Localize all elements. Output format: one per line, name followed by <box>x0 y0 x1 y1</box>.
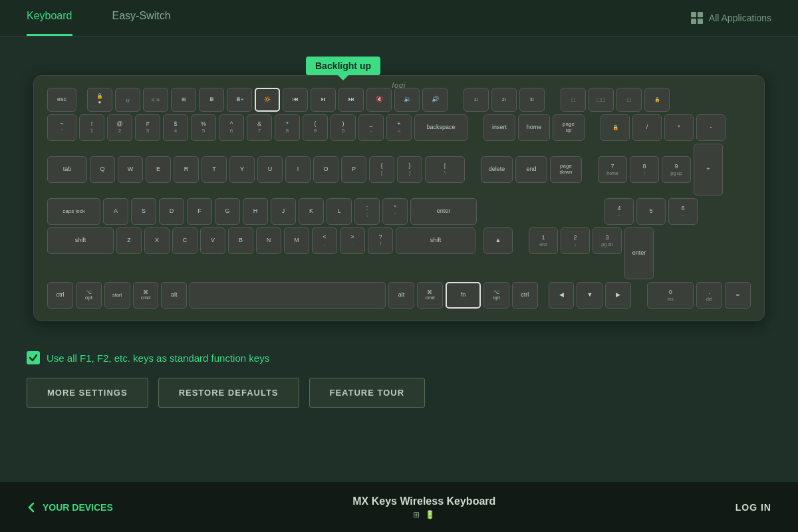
key-f3[interactable]: ☼☼ <box>143 88 168 112</box>
key-1[interactable]: !1 <box>79 114 104 141</box>
key-f9[interactable]: ⏯ <box>311 88 336 112</box>
key-np7[interactable]: 7home <box>598 156 627 183</box>
key-left[interactable]: ◀ <box>549 282 575 309</box>
key-np6[interactable]: 6→ <box>668 198 698 225</box>
key-f1[interactable]: 🔒● <box>87 88 112 112</box>
your-devices-button[interactable]: YOUR DEVICES <box>27 502 113 513</box>
key-c[interactable]: C <box>172 227 198 254</box>
key-f[interactable]: F <box>187 198 212 225</box>
more-settings-button[interactable]: MORE SETTINGS <box>27 378 148 408</box>
key-scroll[interactable]: ⬚⬚ <box>589 88 614 112</box>
key-np-plus[interactable]: + <box>694 144 723 196</box>
key-np-star[interactable]: * <box>664 114 694 141</box>
key-u[interactable]: U <box>257 156 283 183</box>
key-f5[interactable]: 🖥 <box>199 88 224 112</box>
key-delete[interactable]: delete <box>481 156 513 183</box>
key-y[interactable]: Y <box>229 156 255 183</box>
key-cmd[interactable]: ⌘cmd <box>133 282 159 309</box>
key-g[interactable]: G <box>215 198 240 225</box>
key-np1[interactable]: 1end <box>529 227 558 254</box>
key-f2[interactable]: ☼ <box>115 88 140 112</box>
key-right[interactable]: ▶ <box>605 282 631 309</box>
log-in-button[interactable]: LOG IN <box>735 502 771 513</box>
key-rshift[interactable]: shift <box>396 227 475 254</box>
key-capslock[interactable]: caps lock <box>47 198 100 225</box>
key-5[interactable]: %5 <box>191 114 216 141</box>
key-f10[interactable]: ⏭ <box>338 88 364 112</box>
key-l[interactable]: L <box>327 198 352 225</box>
key-6[interactable]: ^6 <box>219 114 244 141</box>
key-f12[interactable]: 🔉 <box>394 88 420 112</box>
key-t[interactable]: T <box>201 156 227 183</box>
fn-keys-checkbox[interactable] <box>27 351 40 364</box>
key-esc[interactable]: esc <box>47 88 76 112</box>
key-end[interactable]: end <box>515 156 547 183</box>
key-np5[interactable]: 5 <box>636 198 666 225</box>
tab-easyswitch[interactable]: Easy-Switch <box>112 0 171 36</box>
key-np-lock[interactable]: 🔒 <box>600 114 630 141</box>
key-pause[interactable]: ⬚ <box>616 88 642 112</box>
key-w[interactable]: W <box>118 156 143 183</box>
key-minus[interactable]: _- <box>358 114 384 141</box>
key-easy2[interactable]: 2⃞ <box>491 88 517 112</box>
key-up[interactable]: ▲ <box>483 227 513 254</box>
key-z[interactable]: Z <box>116 227 142 254</box>
key-2[interactable]: @2 <box>107 114 132 141</box>
key-comma[interactable]: <, <box>312 227 337 254</box>
key-ralt[interactable]: alt <box>388 282 414 309</box>
key-q[interactable]: Q <box>90 156 115 183</box>
key-ropt[interactable]: ⌥opt <box>483 282 509 309</box>
key-lalt[interactable]: alt <box>161 282 187 309</box>
key-home[interactable]: home <box>518 114 550 141</box>
key-s[interactable]: S <box>131 198 156 225</box>
key-f7[interactable]: 🔆 <box>255 88 280 112</box>
key-backslash[interactable]: |\ <box>425 156 465 183</box>
key-easy3[interactable]: 3⃞ <box>519 88 545 112</box>
key-7[interactable]: &7 <box>247 114 272 141</box>
key-f8[interactable]: ⏮ <box>283 88 308 112</box>
key-a[interactable]: A <box>103 198 128 225</box>
key-k[interactable]: K <box>299 198 324 225</box>
key-start[interactable]: start <box>104 282 130 309</box>
key-np4[interactable]: 4← <box>604 198 634 225</box>
key-f11[interactable]: 🔇 <box>366 88 392 112</box>
key-0[interactable]: )0 <box>331 114 356 141</box>
key-x[interactable]: X <box>144 227 170 254</box>
key-backspace[interactable]: backspace <box>414 114 467 141</box>
key-equals[interactable]: += <box>386 114 412 141</box>
key-np-enter[interactable]: enter <box>624 227 654 279</box>
key-lbracket[interactable]: {[ <box>369 156 394 183</box>
key-o[interactable]: O <box>313 156 338 183</box>
key-slash[interactable]: ?/ <box>368 227 393 254</box>
key-e[interactable]: E <box>146 156 171 183</box>
key-p[interactable]: P <box>341 156 366 183</box>
key-lshift[interactable]: shift <box>47 227 114 254</box>
key-tab[interactable]: tab <box>47 156 87 183</box>
key-easy1[interactable]: 1⃞ <box>464 88 489 112</box>
key-insert[interactable]: insert <box>483 114 515 141</box>
key-v[interactable]: V <box>200 227 225 254</box>
key-space[interactable] <box>190 282 386 309</box>
key-f6[interactable]: 🖥+ <box>227 88 252 112</box>
tab-keyboard[interactable]: Keyboard <box>27 0 72 36</box>
key-np8[interactable]: 8↑ <box>630 156 659 183</box>
key-enter[interactable]: enter <box>410 198 477 225</box>
key-down[interactable]: ▼ <box>577 282 602 309</box>
key-8[interactable]: *8 <box>275 114 300 141</box>
key-d[interactable]: D <box>159 198 184 225</box>
key-h[interactable]: H <box>243 198 268 225</box>
key-rbracket[interactable]: }] <box>397 156 422 183</box>
key-n[interactable]: N <box>256 227 281 254</box>
key-i[interactable]: I <box>285 156 311 183</box>
all-applications-button[interactable]: All Applications <box>690 11 771 25</box>
key-np-minus[interactable]: - <box>696 114 726 141</box>
key-lock[interactable]: 🔒 <box>644 88 670 112</box>
key-np0[interactable]: 0ins <box>647 282 694 309</box>
key-rctrl[interactable]: ctrl <box>512 282 538 309</box>
key-period[interactable]: >. <box>340 227 365 254</box>
restore-defaults-button[interactable]: RESTORE DEFAULTS <box>158 378 299 408</box>
key-fn[interactable]: fn <box>446 282 481 309</box>
key-npeq[interactable]: = <box>725 282 751 309</box>
key-b[interactable]: B <box>228 227 253 254</box>
key-np2[interactable]: 2↓ <box>561 227 590 254</box>
